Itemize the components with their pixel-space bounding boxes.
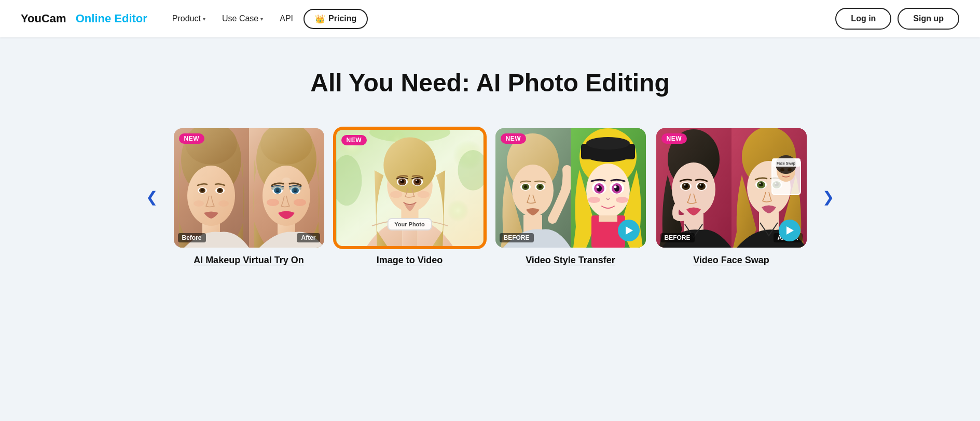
new-badge-itv: NEW: [341, 135, 367, 145]
nav-product-chevron: ▾: [203, 16, 205, 22]
svg-point-42: [400, 180, 402, 181]
nav-api-label: API: [280, 14, 293, 23]
svg-point-84: [684, 184, 685, 186]
label-after-makeup: After: [297, 233, 320, 242]
card-makeup-title: AI Makeup Virtual Try On: [194, 255, 304, 266]
label-before-makeup: Before: [178, 233, 206, 242]
svg-point-9: [218, 188, 222, 192]
svg-point-55: [524, 185, 527, 188]
nav-usecase-chevron: ▾: [260, 16, 263, 22]
logo[interactable]: YouCam Online Editor: [21, 12, 147, 25]
svg-point-68: [596, 186, 599, 188]
logo-online-editor: Online Editor: [76, 12, 147, 25]
svg-point-105: [788, 168, 792, 171]
card-image-to-video[interactable]: NEW: [335, 128, 485, 266]
card3-before: [495, 128, 571, 248]
svg-point-10: [194, 200, 204, 207]
svg-point-26: [282, 178, 291, 183]
svg-point-47: [390, 191, 402, 198]
svg-point-72: [614, 186, 616, 188]
svg-point-11: [218, 200, 229, 207]
label-before-vfs: BEFORE: [660, 233, 695, 242]
nav-api[interactable]: API: [273, 10, 299, 28]
card1-after: [249, 128, 324, 248]
logo-youcam: YouCam: [21, 12, 66, 25]
login-button[interactable]: Log in: [835, 8, 891, 30]
svg-point-88: [699, 184, 701, 186]
nav-links: Product ▾ Use Case ▾ API 👑 Pricing: [166, 9, 368, 29]
svg-point-31: [447, 199, 469, 222]
card-itv-image: NEW: [335, 128, 485, 248]
new-badge-vfs: NEW: [661, 133, 687, 144]
svg-point-48: [417, 191, 429, 198]
carousel-wrapper: ❮ NEW: [0, 123, 980, 271]
carousel-track: NEW: [163, 123, 817, 271]
nav-product-label: Product: [172, 14, 201, 23]
nav-pricing[interactable]: 👑 Pricing: [303, 9, 368, 29]
new-badge-makeup: NEW: [179, 133, 205, 144]
play-button-vst[interactable]: [618, 220, 640, 241]
nav-product[interactable]: Product ▾: [166, 10, 212, 28]
card-vfs-image: NEW: [656, 128, 807, 248]
next-arrow[interactable]: ❯: [817, 186, 840, 209]
svg-point-38: [383, 138, 436, 193]
svg-point-58: [539, 185, 542, 188]
svg-point-46: [416, 180, 417, 181]
crown-icon: 👑: [315, 14, 325, 24]
card-style-transfer[interactable]: NEW: [495, 128, 646, 266]
svg-point-104: [780, 168, 784, 171]
signup-button[interactable]: Sign up: [898, 8, 959, 30]
card1-before: [174, 128, 249, 248]
card1-split: [174, 128, 324, 248]
svg-point-6: [201, 188, 204, 192]
card-makeup[interactable]: NEW: [174, 128, 324, 266]
main-content: All You Need: AI Photo Editing ❮ NEW: [0, 37, 980, 292]
card4-before: [656, 128, 731, 248]
nav-usecase[interactable]: Use Case ▾: [216, 10, 269, 28]
svg-point-74: [616, 197, 628, 203]
new-badge-vst: NEW: [501, 133, 527, 144]
nav-pricing-label: Pricing: [328, 14, 356, 23]
card-itv-title: Image to Video: [377, 255, 443, 266]
your-photo-label: Your Photo: [387, 218, 432, 230]
svg-rect-76: [599, 215, 617, 222]
navbar-left: YouCam Online Editor Product ▾ Use Case …: [21, 9, 368, 29]
svg-point-73: [588, 197, 600, 203]
card-vst-image: NEW: [495, 128, 646, 248]
svg-point-96: [759, 183, 761, 184]
card-vst-title: Video Style Transfer: [526, 255, 615, 266]
svg-point-24: [267, 199, 279, 206]
card-vfs-title: Video Face Swap: [693, 255, 769, 266]
section-title: All You Need: AI Photo Editing: [310, 69, 669, 97]
prev-arrow[interactable]: ❮: [141, 186, 163, 209]
svg-point-25: [294, 199, 306, 206]
nav-usecase-label: Use Case: [222, 14, 258, 23]
label-before-vst: BEFORE: [500, 233, 534, 242]
navbar: YouCam Online Editor Product ▾ Use Case …: [0, 0, 980, 37]
navbar-right: Log in Sign up: [835, 8, 959, 30]
card-makeup-image: NEW: [174, 128, 324, 248]
card2-background: Your Photo: [336, 130, 484, 246]
play-button-vfs[interactable]: [779, 220, 800, 241]
svg-point-63: [586, 137, 630, 150]
svg-text:Face Swap: Face Swap: [776, 161, 795, 166]
card-face-swap[interactable]: NEW: [656, 128, 807, 266]
